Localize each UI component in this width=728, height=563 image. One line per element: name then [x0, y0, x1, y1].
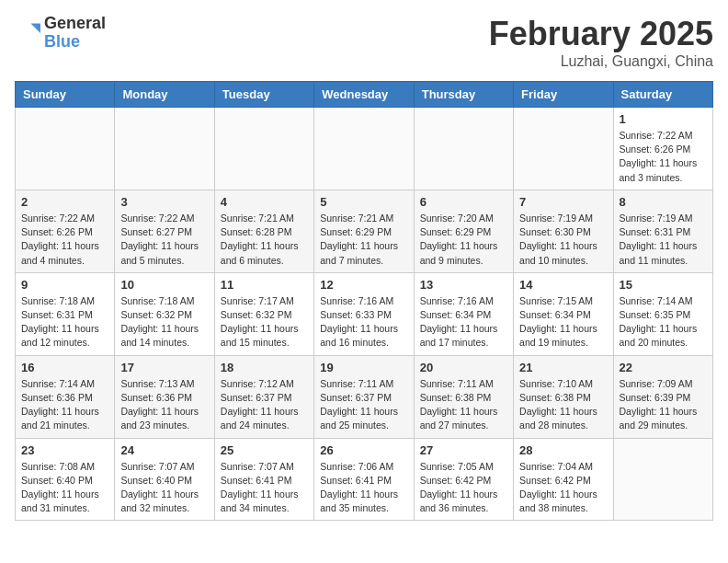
- day-cell: 21Sunrise: 7:10 AM Sunset: 6:38 PM Dayli…: [514, 355, 613, 438]
- day-number: 18: [221, 361, 308, 374]
- day-info: Sunrise: 7:07 AM Sunset: 6:40 PM Dayligh…: [120, 460, 208, 516]
- day-number: 14: [519, 278, 607, 292]
- day-cell: 13Sunrise: 7:16 AM Sunset: 6:34 PM Dayli…: [414, 272, 513, 355]
- day-info: Sunrise: 7:10 AM Sunset: 6:38 PM Dayligh…: [519, 377, 607, 433]
- day-cell: 20Sunrise: 7:11 AM Sunset: 6:38 PM Dayli…: [414, 355, 513, 438]
- day-cell: 12Sunrise: 7:16 AM Sunset: 6:33 PM Dayli…: [314, 272, 414, 355]
- day-info: Sunrise: 7:22 AM Sunset: 6:26 PM Dayligh…: [21, 212, 108, 268]
- day-number: 12: [320, 278, 407, 292]
- calendar: SundayMondayTuesdayWednesdayThursdayFrid…: [15, 81, 713, 521]
- day-number: 28: [519, 443, 607, 457]
- day-info: Sunrise: 7:19 AM Sunset: 6:31 PM Dayligh…: [620, 212, 707, 268]
- location: Luzhai, Guangxi, China: [489, 53, 713, 70]
- day-cell: 4Sunrise: 7:21 AM Sunset: 6:28 PM Daylig…: [214, 190, 313, 272]
- day-info: Sunrise: 7:05 AM Sunset: 6:42 PM Dayligh…: [420, 460, 507, 516]
- day-cell: [314, 108, 414, 190]
- day-number: 27: [420, 443, 507, 457]
- day-number: 1: [620, 112, 707, 126]
- day-info: Sunrise: 7:11 AM Sunset: 6:38 PM Dayligh…: [420, 377, 507, 433]
- logo-text: General Blue: [44, 15, 106, 52]
- day-number: 22: [620, 361, 707, 374]
- day-number: 23: [21, 443, 108, 457]
- day-cell: [115, 108, 214, 190]
- week-row-3: 9Sunrise: 7:18 AM Sunset: 6:31 PM Daylig…: [16, 272, 713, 355]
- day-number: 20: [420, 361, 507, 374]
- page-header: General Blue February 2025 Luzhai, Guang…: [15, 15, 713, 70]
- day-number: 13: [420, 278, 507, 292]
- weekday-header-wednesday: Wednesday: [314, 82, 414, 108]
- day-number: 25: [221, 443, 308, 457]
- day-cell: 15Sunrise: 7:14 AM Sunset: 6:35 PM Dayli…: [613, 272, 712, 355]
- day-number: 7: [519, 195, 607, 209]
- day-info: Sunrise: 7:17 AM Sunset: 6:32 PM Dayligh…: [221, 294, 308, 350]
- day-number: 24: [120, 443, 208, 457]
- day-cell: 5Sunrise: 7:21 AM Sunset: 6:29 PM Daylig…: [314, 190, 414, 272]
- day-number: 17: [120, 361, 208, 374]
- day-info: Sunrise: 7:08 AM Sunset: 6:40 PM Dayligh…: [21, 460, 108, 516]
- week-row-4: 16Sunrise: 7:14 AM Sunset: 6:36 PM Dayli…: [16, 355, 713, 438]
- day-number: 2: [21, 195, 108, 209]
- day-info: Sunrise: 7:22 AM Sunset: 6:27 PM Dayligh…: [120, 212, 208, 268]
- day-info: Sunrise: 7:14 AM Sunset: 6:36 PM Dayligh…: [21, 377, 108, 433]
- weekday-header-friday: Friday: [514, 82, 613, 108]
- week-row-2: 2Sunrise: 7:22 AM Sunset: 6:26 PM Daylig…: [16, 190, 713, 272]
- day-cell: 2Sunrise: 7:22 AM Sunset: 6:26 PM Daylig…: [16, 190, 115, 272]
- day-info: Sunrise: 7:20 AM Sunset: 6:29 PM Dayligh…: [420, 212, 507, 268]
- day-cell: 3Sunrise: 7:22 AM Sunset: 6:27 PM Daylig…: [115, 190, 214, 272]
- day-info: Sunrise: 7:18 AM Sunset: 6:32 PM Dayligh…: [120, 294, 208, 350]
- day-info: Sunrise: 7:11 AM Sunset: 6:37 PM Dayligh…: [320, 377, 407, 433]
- day-number: 8: [620, 195, 707, 209]
- day-number: 26: [320, 443, 407, 457]
- day-info: Sunrise: 7:16 AM Sunset: 6:33 PM Dayligh…: [320, 294, 407, 350]
- day-cell: 7Sunrise: 7:19 AM Sunset: 6:30 PM Daylig…: [514, 190, 613, 272]
- day-info: Sunrise: 7:19 AM Sunset: 6:30 PM Dayligh…: [519, 212, 607, 268]
- weekday-header-monday: Monday: [115, 82, 214, 108]
- day-number: 4: [221, 195, 308, 209]
- day-info: Sunrise: 7:16 AM Sunset: 6:34 PM Dayligh…: [420, 294, 507, 350]
- day-number: 21: [519, 361, 607, 374]
- weekday-header-tuesday: Tuesday: [214, 82, 313, 108]
- day-info: Sunrise: 7:18 AM Sunset: 6:31 PM Dayligh…: [21, 294, 108, 350]
- day-info: Sunrise: 7:14 AM Sunset: 6:35 PM Dayligh…: [620, 294, 707, 350]
- logo-general: General: [44, 15, 106, 33]
- day-info: Sunrise: 7:07 AM Sunset: 6:41 PM Dayligh…: [221, 460, 308, 516]
- day-number: 3: [120, 195, 208, 209]
- logo-blue: Blue: [44, 33, 106, 52]
- day-cell: 1Sunrise: 7:22 AM Sunset: 6:26 PM Daylig…: [613, 108, 712, 190]
- weekday-header-row: SundayMondayTuesdayWednesdayThursdayFrid…: [16, 82, 713, 108]
- day-info: Sunrise: 7:13 AM Sunset: 6:36 PM Dayligh…: [120, 377, 208, 433]
- day-cell: 22Sunrise: 7:09 AM Sunset: 6:39 PM Dayli…: [613, 355, 712, 438]
- day-cell: [514, 108, 613, 190]
- day-info: Sunrise: 7:04 AM Sunset: 6:42 PM Dayligh…: [519, 460, 607, 516]
- day-cell: [16, 108, 115, 190]
- month-title: February 2025: [489, 15, 713, 53]
- logo-icon: [15, 20, 40, 46]
- day-cell: 17Sunrise: 7:13 AM Sunset: 6:36 PM Dayli…: [115, 355, 214, 438]
- day-info: Sunrise: 7:12 AM Sunset: 6:37 PM Dayligh…: [221, 377, 308, 433]
- day-number: 9: [21, 278, 108, 292]
- day-cell: [613, 438, 712, 521]
- day-number: 5: [320, 195, 407, 209]
- week-row-5: 23Sunrise: 7:08 AM Sunset: 6:40 PM Dayli…: [16, 438, 713, 521]
- day-cell: [214, 108, 313, 190]
- svg-marker-0: [31, 23, 41, 33]
- day-cell: 24Sunrise: 7:07 AM Sunset: 6:40 PM Dayli…: [115, 438, 214, 521]
- day-number: 15: [620, 278, 707, 292]
- day-cell: 25Sunrise: 7:07 AM Sunset: 6:41 PM Dayli…: [214, 438, 313, 521]
- weekday-header-saturday: Saturday: [613, 82, 712, 108]
- day-cell: 18Sunrise: 7:12 AM Sunset: 6:37 PM Dayli…: [214, 355, 313, 438]
- day-number: 6: [420, 195, 507, 209]
- day-cell: 9Sunrise: 7:18 AM Sunset: 6:31 PM Daylig…: [16, 272, 115, 355]
- day-cell: [414, 108, 513, 190]
- day-info: Sunrise: 7:09 AM Sunset: 6:39 PM Dayligh…: [620, 377, 707, 433]
- day-cell: 14Sunrise: 7:15 AM Sunset: 6:34 PM Dayli…: [514, 272, 613, 355]
- day-info: Sunrise: 7:21 AM Sunset: 6:28 PM Dayligh…: [221, 212, 308, 268]
- day-info: Sunrise: 7:15 AM Sunset: 6:34 PM Dayligh…: [519, 294, 607, 350]
- day-cell: 6Sunrise: 7:20 AM Sunset: 6:29 PM Daylig…: [414, 190, 513, 272]
- weekday-header-sunday: Sunday: [16, 82, 115, 108]
- day-cell: 8Sunrise: 7:19 AM Sunset: 6:31 PM Daylig…: [613, 190, 712, 272]
- day-cell: 27Sunrise: 7:05 AM Sunset: 6:42 PM Dayli…: [414, 438, 513, 521]
- day-info: Sunrise: 7:21 AM Sunset: 6:29 PM Dayligh…: [320, 212, 407, 268]
- day-cell: 16Sunrise: 7:14 AM Sunset: 6:36 PM Dayli…: [16, 355, 115, 438]
- day-info: Sunrise: 7:06 AM Sunset: 6:41 PM Dayligh…: [320, 460, 407, 516]
